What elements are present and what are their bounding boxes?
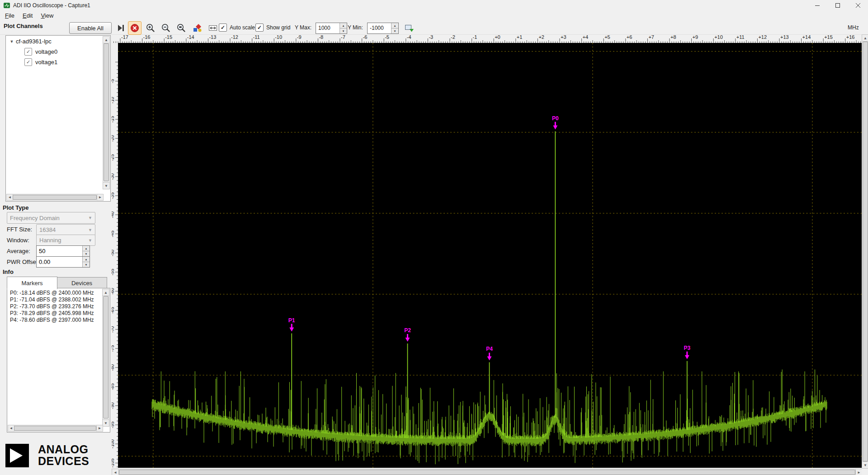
- zoom-in-icon[interactable]: [144, 21, 157, 35]
- voltage0-label: voltage0: [35, 48, 57, 55]
- markers-horizontal-scroll-thumb[interactable]: [14, 426, 96, 431]
- show-grid-label: Show grid: [266, 24, 290, 31]
- enable-all-button[interactable]: Enable All: [69, 22, 112, 34]
- markers-scroll-down-arrow[interactable]: ▼: [102, 419, 109, 427]
- show-grid-checkbox[interactable]: ✓ Show grid: [255, 22, 290, 33]
- plot-vertical-scroll-thumb[interactable]: [863, 42, 868, 461]
- minimize-icon[interactable]: [807, 0, 827, 11]
- tree-vertical-scroll-thumb[interactable]: [104, 43, 109, 181]
- window-title: ADI IIO Oscilloscope - Capture1: [13, 2, 90, 9]
- svg-text:+12: +12: [758, 34, 767, 40]
- svg-text:+4: +4: [583, 34, 589, 40]
- svg-text:-3: -3: [429, 34, 433, 40]
- plot-type-dropdown[interactable]: Frequency Domain ▼: [7, 212, 95, 224]
- markers-scroll-up-arrow[interactable]: ▲: [102, 289, 109, 296]
- svg-text:-15: -15: [165, 34, 172, 40]
- svg-text:-80: -80: [112, 364, 115, 371]
- enable-all-button-label: Enable All: [77, 25, 104, 32]
- window-dropdown[interactable]: Hanning ▼: [36, 235, 95, 246]
- tab-devices[interactable]: Devices: [57, 277, 107, 289]
- svg-text:+5: +5: [604, 34, 610, 40]
- tree-scroll-down-arrow[interactable]: ▼: [103, 182, 110, 189]
- spectrum-plot[interactable]: P0P1P2P3P4: [118, 43, 862, 468]
- maximize-icon[interactable]: [827, 0, 848, 11]
- tree-channel-row-voltage1[interactable]: ✓voltage1: [6, 57, 103, 67]
- plot-scroll-up-arrow[interactable]: ▲: [862, 34, 868, 42]
- y-max-spin-buttons[interactable]: ▲▼: [340, 23, 347, 33]
- tree-scroll-right-arrow[interactable]: ►: [97, 194, 104, 201]
- svg-text:P3: P3: [684, 345, 690, 351]
- show-grid-checkbox-box[interactable]: ✓: [255, 24, 264, 32]
- svg-text:-60: -60: [112, 288, 115, 295]
- svg-text:-30: -30: [112, 173, 115, 180]
- svg-text:-65: -65: [112, 307, 115, 314]
- svg-text:-10: -10: [112, 97, 115, 103]
- fit-window-icon[interactable]: [206, 21, 220, 35]
- average-value: 50: [37, 246, 82, 256]
- y-max-input[interactable]: 1000 ▲▼: [316, 23, 347, 34]
- markers-vertical-scroll-thumb[interactable]: [103, 296, 108, 419]
- device-tree-channels: ✓voltage0✓voltage1: [6, 47, 103, 67]
- plot-scroll-down-arrow[interactable]: ▼: [862, 461, 868, 469]
- marker-info-line: P4: -78.60 dBFS @ 2397.000 MHz: [8, 317, 102, 324]
- window-value: Hanning: [39, 237, 61, 244]
- svg-text:-7: -7: [341, 34, 345, 40]
- plot-horizontal-scroll-thumb[interactable]: [119, 470, 855, 475]
- markers-scroll-left-arrow[interactable]: ◄: [8, 425, 14, 432]
- auto-scale-label: Auto scale: [230, 24, 255, 31]
- menu-item-edit[interactable]: Edit: [19, 12, 37, 19]
- svg-text:+9: +9: [693, 34, 698, 40]
- chevron-down-icon: ▼: [85, 238, 92, 243]
- tree-scroll-up-arrow[interactable]: ▲: [103, 36, 110, 43]
- markers-scroll-right-arrow[interactable]: ►: [96, 425, 103, 432]
- tab-markers[interactable]: Markers: [7, 277, 57, 289]
- pwr-offset-input[interactable]: 0.00 ▲▼: [36, 256, 90, 268]
- close-icon[interactable]: [848, 0, 868, 11]
- zoom-out-icon[interactable]: [159, 21, 173, 35]
- y-axis-ruler: -5-10-15-20-25-30-35-40-45-50-55-60-65-7…: [112, 43, 118, 468]
- chevron-down-icon: ▼: [85, 216, 92, 220]
- tree-expander-icon[interactable]: ▼: [9, 39, 15, 44]
- menu-item-view[interactable]: View: [37, 12, 57, 19]
- capture-play-icon[interactable]: [114, 21, 127, 35]
- toolbar: ✓ Auto scale ✓ Show grid Y Max: 1000 ▲▼ …: [0, 20, 868, 35]
- pwr-offset-spin-buttons[interactable]: ▲▼: [82, 257, 90, 267]
- svg-text:-16: -16: [143, 34, 151, 40]
- tree-horizontal-scroll-thumb[interactable]: [13, 195, 97, 200]
- plot-color-icon[interactable]: [191, 21, 204, 35]
- svg-text:-6: -6: [363, 34, 368, 40]
- y-min-input[interactable]: -1000 ▲▼: [367, 23, 399, 34]
- device-name: cf-ad9361-lpc: [16, 38, 52, 45]
- export-plot-icon[interactable]: [402, 21, 416, 35]
- svg-text:-105: -105: [112, 458, 115, 467]
- tree-device-row[interactable]: ▼ cf-ad9361-lpc: [6, 36, 103, 47]
- average-input[interactable]: 50 ▲▼: [36, 245, 90, 257]
- auto-scale-checkbox-box[interactable]: ✓: [219, 24, 227, 32]
- app-icon: [3, 2, 10, 9]
- svg-text:-55: -55: [112, 268, 115, 275]
- svg-text:-45: -45: [112, 230, 115, 237]
- svg-text:+15: +15: [824, 34, 833, 40]
- capture-stop-icon[interactable]: [128, 21, 142, 35]
- svg-text:+14: +14: [802, 34, 811, 40]
- voltage0-checkbox[interactable]: ✓: [24, 48, 32, 56]
- svg-text:-5: -5: [385, 34, 389, 40]
- plot-type-value: Frequency Domain: [10, 215, 60, 221]
- plot-scroll-left-arrow[interactable]: ◄: [112, 469, 119, 475]
- menu-bar: FileEditView: [0, 11, 868, 20]
- markers-info-panel: P0: -18.14 dBFS @ 2400.000 MHzP1: -71.04…: [7, 288, 110, 433]
- y-max-label: Y Max:: [295, 24, 311, 31]
- tree-scroll-left-arrow[interactable]: ◄: [6, 194, 13, 201]
- tree-channel-row-voltage0[interactable]: ✓voltage0: [6, 47, 103, 57]
- tab-devices-label: Devices: [71, 280, 92, 287]
- auto-scale-checkbox[interactable]: ✓ Auto scale: [219, 22, 255, 33]
- svg-text:-1: -1: [473, 34, 477, 40]
- average-spin-buttons[interactable]: ▲▼: [82, 246, 90, 256]
- voltage1-checkbox[interactable]: ✓: [24, 58, 32, 66]
- zoom-fit-icon[interactable]: [175, 21, 188, 35]
- y-min-spin-buttons[interactable]: ▲▼: [391, 23, 398, 33]
- svg-text:-12: -12: [231, 34, 238, 40]
- menu-item-file[interactable]: File: [1, 12, 19, 19]
- fft-size-dropdown[interactable]: 16384 ▼: [36, 224, 95, 235]
- svg-text:-95: -95: [112, 421, 115, 428]
